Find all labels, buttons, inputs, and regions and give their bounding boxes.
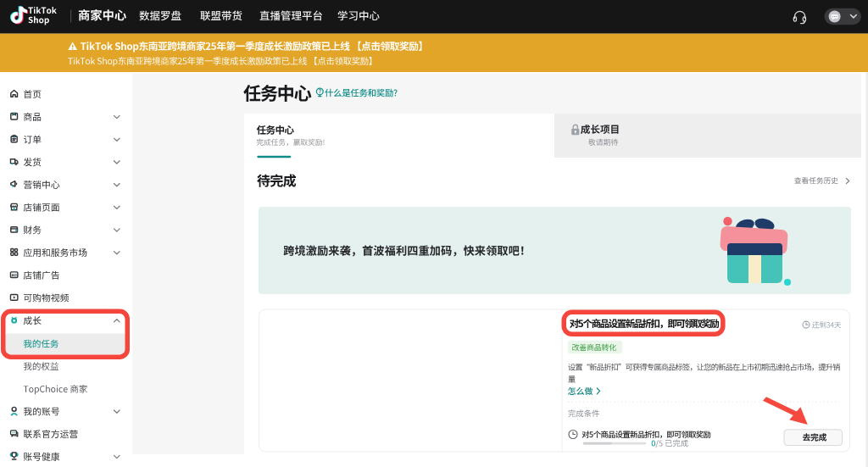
svg-text:?: ? [318,88,321,94]
svg-text:AD: AD [12,273,17,277]
